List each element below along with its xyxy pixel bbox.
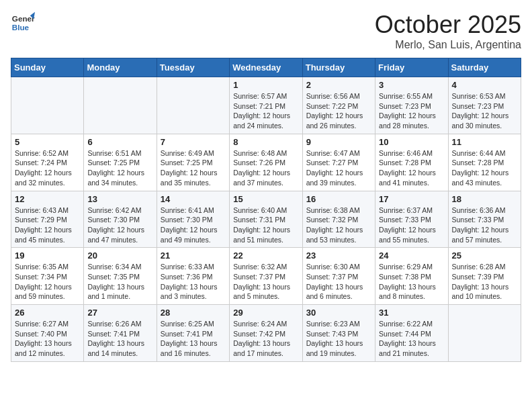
- calendar-cell: 23Sunrise: 6:30 AM Sunset: 7:37 PM Dayli…: [302, 248, 375, 305]
- calendar-cell: 25Sunrise: 6:28 AM Sunset: 7:39 PM Dayli…: [448, 248, 521, 305]
- calendar-cell: 11Sunrise: 6:44 AM Sunset: 7:28 PM Dayli…: [448, 134, 521, 191]
- day-number: 25: [452, 250, 517, 261]
- page-header: General Blue October 2025 Merlo, San Lui…: [11, 11, 521, 51]
- calendar-cell: 19Sunrise: 6:35 AM Sunset: 7:34 PM Dayli…: [11, 248, 84, 305]
- calendar-week-row: 5Sunrise: 6:52 AM Sunset: 7:24 PM Daylig…: [11, 134, 521, 191]
- day-detail: Sunrise: 6:49 AM Sunset: 7:25 PM Dayligh…: [161, 148, 226, 188]
- day-detail: Sunrise: 6:25 AM Sunset: 7:41 PM Dayligh…: [161, 319, 226, 359]
- day-number: 6: [87, 137, 152, 147]
- calendar-cell: 6Sunrise: 6:51 AM Sunset: 7:25 PM Daylig…: [84, 134, 157, 191]
- day-detail: Sunrise: 6:30 AM Sunset: 7:37 PM Dayligh…: [306, 262, 371, 302]
- calendar-cell: 24Sunrise: 6:29 AM Sunset: 7:38 PM Dayli…: [375, 248, 448, 305]
- day-detail: Sunrise: 6:28 AM Sunset: 7:39 PM Dayligh…: [452, 262, 517, 302]
- day-detail: Sunrise: 6:48 AM Sunset: 7:26 PM Dayligh…: [233, 148, 298, 188]
- calendar-cell: [448, 305, 521, 362]
- weekday-header: Saturday: [448, 58, 521, 77]
- day-detail: Sunrise: 6:51 AM Sunset: 7:25 PM Dayligh…: [87, 148, 152, 188]
- calendar-cell: [11, 77, 84, 134]
- calendar-week-row: 19Sunrise: 6:35 AM Sunset: 7:34 PM Dayli…: [11, 248, 521, 305]
- day-number: 31: [379, 308, 444, 318]
- day-number: 5: [15, 137, 80, 147]
- day-number: 3: [379, 80, 444, 90]
- weekday-header: Friday: [375, 58, 448, 77]
- calendar-cell: 13Sunrise: 6:42 AM Sunset: 7:30 PM Dayli…: [84, 191, 157, 248]
- day-number: 9: [306, 137, 371, 147]
- day-detail: Sunrise: 6:40 AM Sunset: 7:31 PM Dayligh…: [233, 205, 298, 245]
- day-detail: Sunrise: 6:29 AM Sunset: 7:38 PM Dayligh…: [379, 262, 444, 302]
- weekday-header: Tuesday: [157, 58, 229, 77]
- day-number: 26: [15, 308, 80, 318]
- day-number: 8: [233, 137, 298, 147]
- day-detail: Sunrise: 6:37 AM Sunset: 7:33 PM Dayligh…: [379, 205, 444, 245]
- day-number: 4: [452, 80, 517, 90]
- calendar-cell: 16Sunrise: 6:38 AM Sunset: 7:32 PM Dayli…: [302, 191, 375, 248]
- day-number: 20: [87, 250, 152, 261]
- calendar-cell: [157, 77, 229, 134]
- day-number: 11: [452, 137, 517, 147]
- calendar-cell: 18Sunrise: 6:36 AM Sunset: 7:33 PM Dayli…: [448, 191, 521, 248]
- day-detail: Sunrise: 6:57 AM Sunset: 7:21 PM Dayligh…: [233, 91, 298, 131]
- day-detail: Sunrise: 6:44 AM Sunset: 7:28 PM Dayligh…: [452, 148, 517, 188]
- day-detail: Sunrise: 6:24 AM Sunset: 7:42 PM Dayligh…: [233, 319, 298, 359]
- day-detail: Sunrise: 6:35 AM Sunset: 7:34 PM Dayligh…: [15, 262, 80, 302]
- calendar-cell: 10Sunrise: 6:46 AM Sunset: 7:28 PM Dayli…: [375, 134, 448, 191]
- day-detail: Sunrise: 6:36 AM Sunset: 7:33 PM Dayligh…: [452, 205, 517, 245]
- calendar-cell: [84, 77, 157, 134]
- weekday-header: Sunday: [11, 58, 84, 77]
- calendar-cell: 29Sunrise: 6:24 AM Sunset: 7:42 PM Dayli…: [230, 305, 302, 362]
- calendar-week-row: 12Sunrise: 6:43 AM Sunset: 7:29 PM Dayli…: [11, 191, 521, 248]
- calendar-table: SundayMondayTuesdayWednesdayThursdayFrid…: [11, 58, 521, 362]
- calendar-cell: 5Sunrise: 6:52 AM Sunset: 7:24 PM Daylig…: [11, 134, 84, 191]
- calendar-subtitle: Merlo, San Luis, Argentina: [375, 39, 521, 51]
- day-detail: Sunrise: 6:43 AM Sunset: 7:29 PM Dayligh…: [15, 205, 80, 245]
- calendar-cell: 20Sunrise: 6:34 AM Sunset: 7:35 PM Dayli…: [84, 248, 157, 305]
- weekday-header: Wednesday: [230, 58, 302, 77]
- calendar-cell: 2Sunrise: 6:56 AM Sunset: 7:22 PM Daylig…: [302, 77, 375, 134]
- day-number: 28: [161, 308, 226, 318]
- day-number: 1: [233, 80, 298, 90]
- day-detail: Sunrise: 6:32 AM Sunset: 7:37 PM Dayligh…: [233, 262, 298, 302]
- day-number: 17: [379, 194, 444, 204]
- day-detail: Sunrise: 6:52 AM Sunset: 7:24 PM Dayligh…: [15, 148, 80, 188]
- day-number: 2: [306, 80, 371, 90]
- title-area: October 2025 Merlo, San Luis, Argentina: [375, 11, 521, 51]
- day-number: 18: [452, 194, 517, 204]
- calendar-cell: 28Sunrise: 6:25 AM Sunset: 7:41 PM Dayli…: [157, 305, 229, 362]
- day-number: 30: [306, 308, 371, 318]
- calendar-cell: 3Sunrise: 6:55 AM Sunset: 7:23 PM Daylig…: [375, 77, 448, 134]
- day-number: 14: [161, 194, 226, 204]
- day-number: 13: [87, 194, 152, 204]
- day-number: 19: [15, 250, 80, 261]
- day-detail: Sunrise: 6:38 AM Sunset: 7:32 PM Dayligh…: [306, 205, 371, 245]
- weekday-header-row: SundayMondayTuesdayWednesdayThursdayFrid…: [11, 58, 521, 77]
- calendar-week-row: 26Sunrise: 6:27 AM Sunset: 7:40 PM Dayli…: [11, 305, 521, 362]
- calendar-cell: 15Sunrise: 6:40 AM Sunset: 7:31 PM Dayli…: [230, 191, 302, 248]
- calendar-cell: 1Sunrise: 6:57 AM Sunset: 7:21 PM Daylig…: [230, 77, 302, 134]
- svg-text:Blue: Blue: [12, 23, 30, 32]
- day-number: 10: [379, 137, 444, 147]
- day-detail: Sunrise: 6:41 AM Sunset: 7:30 PM Dayligh…: [161, 205, 226, 245]
- day-number: 29: [233, 308, 298, 318]
- day-detail: Sunrise: 6:53 AM Sunset: 7:23 PM Dayligh…: [452, 91, 517, 131]
- day-number: 21: [161, 250, 226, 261]
- day-detail: Sunrise: 6:47 AM Sunset: 7:27 PM Dayligh…: [306, 148, 371, 188]
- weekday-header: Monday: [84, 58, 157, 77]
- logo-icon: General Blue: [11, 11, 35, 35]
- day-detail: Sunrise: 6:22 AM Sunset: 7:44 PM Dayligh…: [379, 319, 444, 359]
- day-number: 22: [233, 250, 298, 261]
- day-number: 7: [161, 137, 226, 147]
- calendar-cell: 26Sunrise: 6:27 AM Sunset: 7:40 PM Dayli…: [11, 305, 84, 362]
- day-detail: Sunrise: 6:33 AM Sunset: 7:36 PM Dayligh…: [161, 262, 226, 302]
- calendar-cell: 27Sunrise: 6:26 AM Sunset: 7:41 PM Dayli…: [84, 305, 157, 362]
- day-detail: Sunrise: 6:26 AM Sunset: 7:41 PM Dayligh…: [87, 319, 152, 359]
- calendar-cell: 31Sunrise: 6:22 AM Sunset: 7:44 PM Dayli…: [375, 305, 448, 362]
- calendar-cell: 9Sunrise: 6:47 AM Sunset: 7:27 PM Daylig…: [302, 134, 375, 191]
- day-number: 27: [87, 308, 152, 318]
- day-detail: Sunrise: 6:34 AM Sunset: 7:35 PM Dayligh…: [87, 262, 152, 302]
- day-detail: Sunrise: 6:42 AM Sunset: 7:30 PM Dayligh…: [87, 205, 152, 245]
- day-detail: Sunrise: 6:46 AM Sunset: 7:28 PM Dayligh…: [379, 148, 444, 188]
- logo: General Blue: [11, 11, 35, 35]
- calendar-cell: 21Sunrise: 6:33 AM Sunset: 7:36 PM Dayli…: [157, 248, 229, 305]
- calendar-cell: 7Sunrise: 6:49 AM Sunset: 7:25 PM Daylig…: [157, 134, 229, 191]
- calendar-cell: 30Sunrise: 6:23 AM Sunset: 7:43 PM Dayli…: [302, 305, 375, 362]
